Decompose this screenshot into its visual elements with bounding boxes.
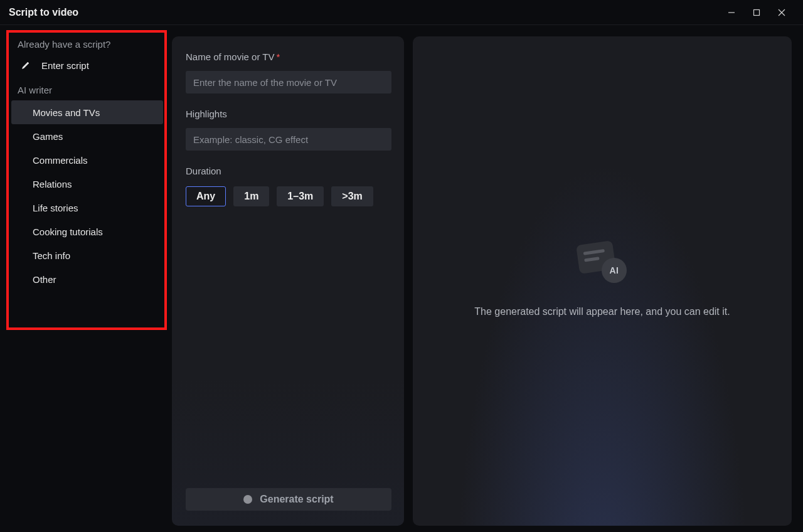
generate-button-label: Generate script [260,494,333,505]
sidebar-item-label: Cooking tutorials [33,226,103,237]
highlights-input[interactable] [186,128,391,151]
highlights-field-label: Highlights [186,109,390,119]
generate-script-button[interactable]: Generate script [186,488,391,511]
duration-chip-0[interactable]: Any [186,186,226,206]
sidebar-item-ai-7[interactable]: Other [11,267,163,291]
name-field-label: Name of movie or TV* [186,51,390,62]
sidebar-item-ai-5[interactable]: Cooking tutorials [11,220,163,243]
window-minimize-button[interactable] [719,0,744,25]
close-icon [778,9,785,16]
sidebar-item-label: Life stories [33,203,78,213]
sidebar-ai-list: Movies and TVsGamesCommercialsRelationsL… [11,100,163,291]
duration-options: Any1m1–3m>3m [186,186,390,206]
sidebar-item-enter-script[interactable]: Enter script [11,53,163,77]
sidebar-item-ai-3[interactable]: Relations [11,172,163,196]
sidebar-item-label: Tech info [33,250,70,261]
sidebar-section-have-script: Already have a script? [11,36,163,53]
sidebar-item-label: Games [33,131,63,142]
form-panel: Name of movie or TV* Highlights Duration… [172,36,404,526]
sidebar-item-label: Relations [33,179,72,189]
preview-placeholder: AI The generated script will appear here… [474,243,730,319]
sidebar-item-ai-0[interactable]: Movies and TVs [11,100,163,124]
movie-name-input[interactable] [186,71,391,93]
window-title: Script to video [9,7,78,18]
sidebar-item-ai-2[interactable]: Commercials [11,148,163,172]
sidebar-item-label: Other [33,274,56,285]
duration-chip-1[interactable]: 1m [233,186,269,206]
sidebar-item-ai-4[interactable]: Life stories [11,196,163,220]
preview-panel: AI The generated script will appear here… [413,36,792,526]
duration-field-label: Duration [186,166,390,176]
sidebar-item-ai-6[interactable]: Tech info [11,243,163,267]
window-maximize-button[interactable] [744,0,769,25]
sidebar-item-label: Enter script [41,60,89,71]
pencil-icon [20,60,31,70]
sidebar-item-ai-1[interactable]: Games [11,124,163,148]
sidebar: Already have a script? Enter script AI w… [11,36,163,526]
sidebar-section-ai-writer: AI writer [11,81,163,99]
required-marker: * [276,51,280,62]
ai-badge-icon: AI [602,258,627,283]
maximize-icon [753,9,760,16]
titlebar: Script to video [0,0,803,25]
sidebar-item-label: Commercials [33,155,88,166]
window-close-button[interactable] [769,0,794,25]
spinner-icon [243,495,252,504]
sidebar-item-label: Movies and TVs [33,107,100,118]
ai-script-graphic: AI [578,243,627,283]
minimize-icon [728,9,735,16]
preview-placeholder-text: The generated script will appear here, a… [474,304,730,319]
duration-chip-3[interactable]: >3m [331,186,373,206]
svg-rect-1 [754,9,760,15]
duration-chip-2[interactable]: 1–3m [277,186,324,206]
